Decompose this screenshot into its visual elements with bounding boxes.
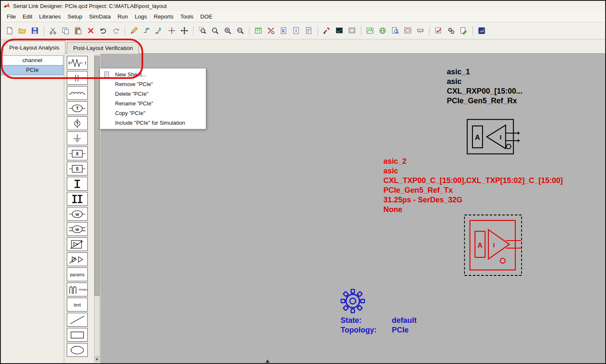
palette-transmission-line-button[interactable] bbox=[67, 177, 88, 191]
context-delete-pcie[interactable]: Delete "PCIe" bbox=[100, 89, 206, 99]
palette-rectangle-button[interactable] bbox=[67, 328, 88, 342]
checkbox-icon bbox=[435, 27, 442, 34]
connect-net-button[interactable] bbox=[141, 25, 152, 37]
menu-run[interactable]: Run bbox=[114, 12, 131, 21]
palette-text-button[interactable]: text bbox=[67, 298, 88, 312]
palette-differential-buffer-button[interactable] bbox=[67, 252, 88, 266]
palette-probe-button[interactable] bbox=[67, 116, 88, 130]
rx-model-name: PCIe_Gen5_Ref_Rx bbox=[447, 96, 522, 106]
palette-w-element-button[interactable]: W bbox=[67, 207, 88, 221]
doc-list-icon bbox=[305, 27, 312, 34]
probe-setup-button[interactable] bbox=[265, 25, 277, 37]
measurements-button[interactable] bbox=[414, 25, 426, 37]
palette-coupled-line-button[interactable] bbox=[67, 192, 88, 206]
menu-libraries[interactable]: Libraries bbox=[36, 12, 64, 21]
probes-label: PROBES bbox=[79, 288, 87, 291]
menu-logs[interactable]: Logs bbox=[131, 12, 150, 21]
context-include-pcie-simulation[interactable]: Include "PCIe" for Simulation bbox=[100, 118, 206, 128]
rx-symbol[interactable]: A I bbox=[467, 119, 521, 158]
menu-reports[interactable]: Reports bbox=[150, 12, 177, 21]
paste-icon bbox=[74, 27, 82, 34]
undo-button[interactable] bbox=[97, 25, 109, 37]
redo-button[interactable] bbox=[110, 25, 122, 37]
menu-doe[interactable]: DOE bbox=[197, 12, 216, 21]
new-sheet-button[interactable] bbox=[4, 25, 16, 37]
tx-symbol-selected[interactable]: A I bbox=[464, 215, 522, 278]
crosshair-button[interactable] bbox=[166, 25, 178, 37]
palette-s-block-button[interactable]: S bbox=[67, 162, 88, 175]
tx-designator-label[interactable]: asic_2 asic CXL_TXP00_C_[15:00],CXL_TXP[… bbox=[383, 157, 563, 215]
palette-scroll-down-button[interactable] bbox=[94, 356, 100, 362]
menu-tools[interactable]: Tools bbox=[177, 12, 197, 21]
palette-x-block-button[interactable]: X bbox=[67, 147, 88, 160]
context-remove-pcie[interactable]: Remove "PCIe" bbox=[100, 79, 206, 89]
palette-capacitor-button[interactable] bbox=[67, 71, 88, 85]
state-topology-block[interactable]: State: default Topology: PCIe bbox=[341, 316, 417, 335]
web-report-button[interactable] bbox=[377, 25, 388, 37]
palette-scrollbar[interactable] bbox=[94, 55, 100, 362]
move-button[interactable] bbox=[178, 25, 190, 37]
palette-t-element-button[interactable]: T bbox=[67, 101, 88, 115]
zoom-out-button[interactable] bbox=[234, 25, 246, 37]
export-spreadsheet-button[interactable] bbox=[252, 25, 264, 37]
sim-results-button[interactable] bbox=[333, 25, 345, 37]
draw-wire-button[interactable] bbox=[128, 25, 140, 37]
inspect-sheet-button[interactable] bbox=[389, 25, 401, 37]
open-project-button[interactable] bbox=[16, 25, 28, 37]
sheet-info-button[interactable]: I bbox=[290, 25, 302, 37]
save-project-button[interactable] bbox=[29, 25, 41, 37]
scroll-indicator-icon[interactable] bbox=[265, 359, 270, 363]
delete-button[interactable] bbox=[85, 25, 97, 37]
waveform-table-icon bbox=[366, 27, 374, 34]
tab-pre-layout-analysis[interactable]: Pre-Layout Analysis bbox=[3, 41, 66, 54]
context-delete-pcie-label: Delete "PCIe" bbox=[115, 91, 148, 97]
palette-coupled-w-element-button[interactable]: W bbox=[67, 222, 88, 236]
paste-button[interactable] bbox=[72, 25, 84, 37]
menu-simdata[interactable]: SimData bbox=[86, 12, 114, 21]
sheet-item-channel[interactable]: channel bbox=[2, 56, 63, 65]
tab-post-layout-verification[interactable]: Post-Layout Verification bbox=[67, 42, 139, 54]
copy-button[interactable] bbox=[60, 25, 71, 37]
menu-edit[interactable]: Edit bbox=[19, 12, 36, 21]
transfer-data-button[interactable] bbox=[346, 25, 358, 37]
title-bar[interactable]: Serial Link Designer: PCIe.qcd Project: … bbox=[1, 1, 605, 11]
simulate-button[interactable] bbox=[321, 25, 333, 37]
toolbar-separator bbox=[249, 26, 249, 35]
run-manager-button[interactable] bbox=[445, 25, 457, 37]
reroute-net-button[interactable] bbox=[153, 25, 165, 37]
palette-scrollbar-thumb[interactable] bbox=[94, 56, 100, 296]
topology-label: Topology: bbox=[341, 325, 392, 335]
context-rename-pcie[interactable]: Rename "PCIe" bbox=[100, 99, 206, 108]
palette-ellipse-button[interactable] bbox=[67, 343, 88, 357]
palette-line-button[interactable] bbox=[67, 313, 88, 327]
matlab-button[interactable] bbox=[476, 25, 488, 37]
palette-ground-button[interactable] bbox=[67, 131, 88, 145]
palette-probes-button[interactable]: PROBES bbox=[67, 283, 88, 296]
zoom-in-button[interactable] bbox=[222, 25, 233, 37]
context-copy-pcie[interactable]: Copy "PCIe" bbox=[100, 108, 206, 118]
matlab-app-icon bbox=[3, 3, 10, 9]
tx-timing: 31.25ps - SerDes_32G bbox=[383, 195, 563, 205]
sheet-properties-button[interactable]: E bbox=[278, 25, 289, 37]
waveform-viewer-button[interactable] bbox=[364, 25, 376, 37]
validate-button[interactable] bbox=[433, 25, 444, 37]
palette-ibis-buffer-button[interactable] bbox=[67, 237, 88, 251]
cut-button[interactable] bbox=[47, 25, 59, 37]
rx-designator-label[interactable]: asic_1 asic CXL_RXP00_[15:00... PCIe_Gen… bbox=[447, 67, 522, 106]
palette-params-button[interactable]: params bbox=[67, 267, 88, 281]
menu-file[interactable]: File bbox=[3, 12, 19, 21]
state-gear-icon[interactable] bbox=[341, 289, 365, 315]
zoom-fit-button[interactable] bbox=[209, 25, 221, 37]
eye-diagram-button[interactable] bbox=[402, 25, 414, 37]
edit-settings-button[interactable] bbox=[458, 25, 470, 37]
line-icon bbox=[68, 314, 87, 325]
capacitor-icon bbox=[68, 73, 87, 84]
connect-net-icon bbox=[143, 27, 150, 34]
netlist-button[interactable] bbox=[303, 25, 315, 37]
menu-setup[interactable]: Setup bbox=[64, 12, 86, 21]
sheet-item-pcie[interactable]: PCIe bbox=[2, 65, 63, 75]
zoom-area-button[interactable] bbox=[197, 25, 208, 37]
palette-inductor-button[interactable] bbox=[67, 86, 88, 100]
palette-resistor-button[interactable] bbox=[67, 56, 88, 70]
context-new-sheet[interactable]: New Sheet... bbox=[100, 70, 206, 79]
